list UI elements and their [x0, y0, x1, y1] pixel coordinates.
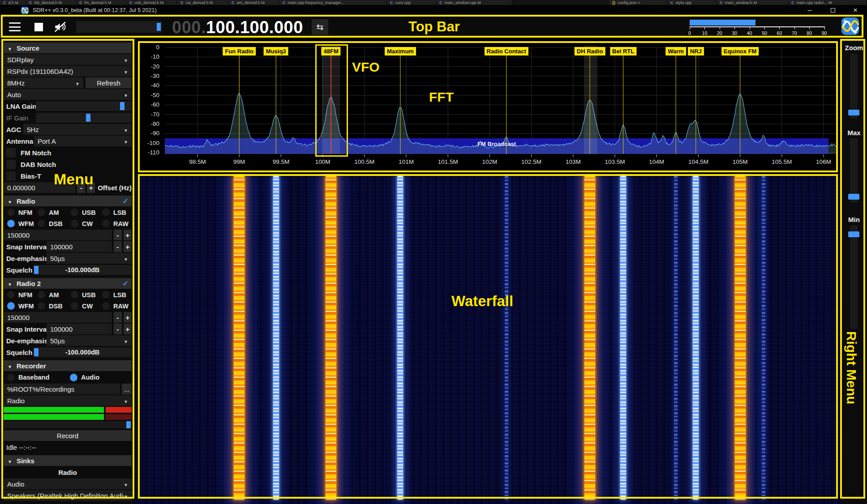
offset-plus-button[interactable]: + — [87, 182, 95, 193]
menu-toggle-button[interactable] — [5, 18, 24, 35]
bandwidth-minus-button[interactable]: - — [114, 312, 122, 323]
zoom-slider-handle[interactable] — [848, 110, 859, 115]
editor-tab[interactable]: Cd.h M — [0, 0, 26, 5]
mode-option-dsb[interactable]: DSB — [34, 301, 67, 311]
max-slider[interactable] — [850, 139, 857, 202]
mode-option-wfm[interactable]: WFM — [4, 218, 34, 229]
waterfall-display[interactable] — [135, 174, 841, 504]
zoom-slider[interactable] — [850, 54, 857, 118]
deemphasis-select[interactable]: 50µs — [47, 335, 132, 346]
editor-tab[interactable]: Cmain_window.cpp M — [436, 0, 512, 5]
volume-slider-handle[interactable] — [157, 23, 161, 31]
mode-option-lsb[interactable]: LSB — [99, 207, 128, 218]
min-slider[interactable] — [850, 226, 857, 329]
station-label[interactable]: 48FM — [322, 47, 341, 56]
snap-input[interactable]: 100000 — [47, 241, 112, 252]
radio2-section-header[interactable]: Radio 2 — [4, 278, 132, 289]
source-section-header[interactable]: Source — [4, 43, 132, 53]
station-label[interactable]: Fun Radio — [223, 47, 256, 56]
station-label[interactable]: Radio Contact — [485, 47, 528, 56]
station-label[interactable]: Maximum — [385, 47, 416, 56]
mode-option-cw[interactable]: CW — [67, 301, 99, 311]
mode-option-usb[interactable]: USB — [67, 207, 99, 218]
squelch-slider[interactable]: -100.000dB — [33, 265, 132, 275]
recorder-section-header[interactable]: Recorder — [4, 360, 132, 371]
offset-input[interactable]: 0.000000 — [4, 182, 75, 193]
bandwidth-plus-button[interactable]: + — [124, 312, 132, 323]
vfo-swap-button[interactable]: ⇆ — [312, 19, 328, 35]
samplerate-select[interactable]: 8MHz — [4, 77, 83, 88]
dab-notch-checkbox[interactable] — [6, 160, 16, 169]
offset-minus-button[interactable]: - — [77, 182, 85, 193]
max-slider-handle[interactable] — [848, 194, 859, 200]
close-button[interactable]: × — [846, 5, 865, 16]
volume-slider[interactable] — [76, 21, 162, 33]
snap-plus-button[interactable]: + — [124, 324, 132, 334]
refresh-button[interactable]: Refresh — [86, 77, 132, 88]
snap-minus-button[interactable]: - — [114, 324, 122, 334]
minimize-button[interactable]: – — [800, 5, 820, 16]
fft-display[interactable]: FM Broadcast 0-10-20-30-40-50-60-70-80-9… — [135, 38, 841, 174]
enabled-checkmark-icon[interactable] — [123, 197, 129, 205]
frequency-display[interactable]: 000.100.100.000 — [172, 16, 303, 38]
mode-option-am[interactable]: AM — [34, 207, 67, 218]
squelch-slider[interactable]: -100.000dB — [33, 347, 132, 357]
source-device-select[interactable]: RSPdx (191106DA42) — [4, 66, 132, 77]
agc-select[interactable]: 5Hz — [23, 124, 132, 135]
antenna-select[interactable]: Port A — [34, 136, 132, 146]
recorder-volume-handle[interactable] — [126, 421, 131, 428]
sink-device-select[interactable]: Speakers (Realtek High Definition Audio) — [4, 490, 132, 501]
ifmode-select[interactable]: Auto — [4, 89, 132, 100]
sink-type-select[interactable]: Audio — [4, 478, 132, 489]
mode-option-raw[interactable]: RAW — [99, 218, 128, 229]
mode-option-dsb[interactable]: DSB — [34, 218, 67, 229]
mode-option-am[interactable]: AM — [34, 290, 67, 300]
if-gain-slider[interactable] — [36, 113, 132, 123]
mode-option-lsb[interactable]: LSB — [99, 290, 128, 300]
maximize-button[interactable] — [823, 5, 843, 16]
editor-tab[interactable]: Cfm_demod.h M — [76, 0, 126, 5]
bandwidth-minus-button[interactable]: - — [114, 230, 122, 240]
mode-option-nfm[interactable]: NFM — [4, 207, 34, 218]
deemphasis-select[interactable]: 50µs — [47, 253, 132, 264]
editor-tab[interactable]: Cstyle.cpp — [667, 0, 717, 5]
editor-tab[interactable]: Clsb_demod.h M — [26, 0, 76, 5]
browse-button[interactable]: ... — [122, 384, 132, 394]
radio-section-header[interactable]: Radio — [4, 196, 132, 206]
station-label[interactable]: Equinox FM — [721, 47, 759, 56]
sinks-section-header[interactable]: Sinks — [4, 455, 132, 466]
recorder-mode-baseband[interactable]: Baseband — [4, 372, 66, 383]
fm-notch-checkbox[interactable] — [6, 148, 16, 158]
snap-plus-button[interactable]: + — [124, 241, 132, 252]
editor-tab[interactable]: Cmain.cpp radio\... M — [788, 0, 867, 5]
bandwidth-input[interactable]: 150000 — [4, 312, 112, 323]
stop-button[interactable] — [30, 18, 47, 35]
mode-option-cw[interactable]: CW — [67, 218, 99, 229]
recorder-volume-slider[interactable] — [4, 421, 132, 428]
mode-option-wfm[interactable]: WFM — [4, 301, 34, 311]
mode-option-nfm[interactable]: NFM — [4, 290, 34, 300]
mute-button[interactable] — [50, 18, 70, 35]
editor-tab[interactable]: Ccore.cpp — [387, 0, 436, 5]
min-slider-handle[interactable] — [848, 231, 859, 237]
recorder-stream-select[interactable]: Radio — [4, 395, 132, 406]
bias-t-checkbox[interactable] — [6, 171, 16, 181]
bandwidth-input[interactable]: 150000 — [4, 230, 112, 240]
editor-tab[interactable]: Cusb_demod.h M — [126, 0, 177, 5]
recording-path-input[interactable]: %ROOT%/Recordings — [4, 384, 120, 394]
editor-tab[interactable]: Cam_demod.h M — [228, 0, 279, 5]
snap-input[interactable]: 100000 — [47, 324, 112, 334]
station-label[interactable]: DH Radio — [575, 47, 605, 56]
station-label[interactable]: NRJ — [688, 47, 704, 56]
editor-tab[interactable]: Cmain_window.h M — [717, 0, 788, 5]
recorder-mode-audio[interactable]: Audio — [66, 372, 124, 383]
editor-tab[interactable]: Ccw_demod.h M — [177, 0, 228, 5]
source-driver-select[interactable]: SDRplay — [4, 54, 132, 65]
if-gain-handle[interactable] — [86, 114, 90, 122]
station-label[interactable]: Bel RTL — [610, 47, 636, 56]
editor-tab[interactable]: Cmain.cpp frequency_manager... — [279, 0, 387, 5]
mode-option-usb[interactable]: USB — [67, 290, 99, 300]
station-label[interactable]: Musiq3 — [264, 47, 288, 56]
lna-gain-slider[interactable] — [36, 101, 132, 111]
lna-gain-handle[interactable] — [120, 102, 124, 110]
